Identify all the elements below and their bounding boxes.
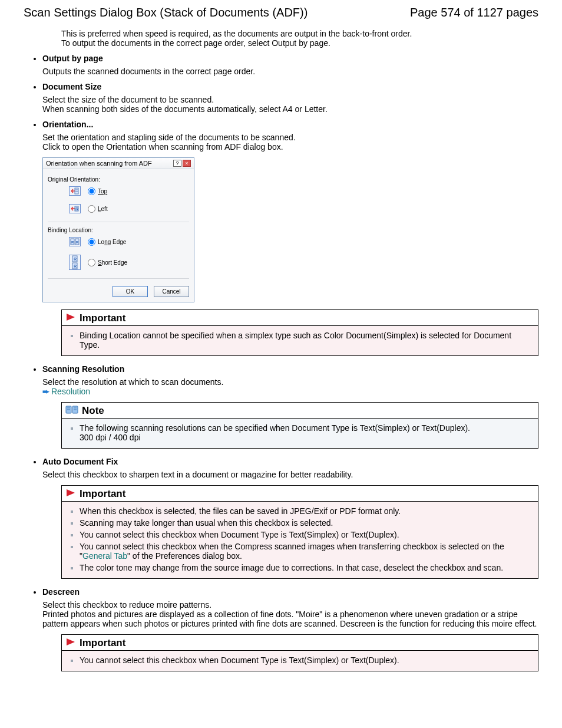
- orientation-left-icon: R: [69, 204, 81, 213]
- binding-short-option[interactable]: Short Edge: [88, 259, 127, 266]
- orientation-top-icon: [69, 186, 81, 196]
- intro-line2: To output the documents in the correct p…: [61, 38, 538, 48]
- close-icon[interactable]: ×: [183, 160, 191, 167]
- resolution-link[interactable]: Resolution: [51, 387, 90, 396]
- descreen-l2: Printed photos and pictures are displaye…: [42, 610, 538, 628]
- orientation-top-row: Top: [48, 186, 189, 196]
- original-orientation-label: Original Orientation:: [48, 176, 189, 183]
- important2-i4b: " of the Preferences dialog box.: [127, 551, 242, 561]
- arrow-icon: ➨: [42, 387, 49, 396]
- svg-text:R: R: [71, 241, 74, 244]
- cancel-button[interactable]: Cancel: [154, 286, 189, 297]
- auto-document-fix-desc: Select this checkbox to sharpen text in …: [42, 470, 538, 479]
- radio-short-edge[interactable]: [88, 259, 95, 266]
- radio-top-label: Top: [98, 188, 107, 195]
- important-callout-2: Important When this checkbox is selected…: [61, 485, 538, 579]
- orientation-dialog: Orientation when scanning from ADF ? × O…: [42, 157, 194, 302]
- orientation-label: Orientation...: [42, 120, 93, 129]
- dialog-buttons: OK Cancel: [48, 284, 189, 297]
- document-size-l2: When scanning both sides of the document…: [42, 104, 538, 114]
- output-by-page-desc: Outputs the scanned documents in the cor…: [42, 67, 538, 76]
- important-icon: [65, 637, 77, 648]
- note1-text: The following scanning resolutions can b…: [80, 423, 470, 433]
- document-size-label: Document Size: [42, 82, 101, 91]
- svg-marker-11: [67, 314, 75, 321]
- dialog-window-controls: ? ×: [173, 160, 191, 167]
- svg-text:R: R: [75, 207, 78, 211]
- page-counter: Page 574 of 1127 pages: [410, 6, 538, 19]
- dialog-titlebar: Orientation when scanning from ADF ? ×: [43, 158, 194, 169]
- important2-i2: Scanning may take longer than usual when…: [80, 517, 532, 529]
- resolution-link-row: ➨Resolution: [42, 387, 538, 396]
- header-title: Scan Settings Dialog Box (Stack of Docum…: [24, 6, 308, 19]
- intro-line1: This is preferred when speed is required…: [61, 29, 538, 38]
- svg-text:R: R: [74, 257, 77, 261]
- important-callout-1: Important Binding Location cannot be spe…: [61, 309, 538, 356]
- radio-long-edge[interactable]: [88, 238, 95, 246]
- important2-i5: The color tone may change from the sourc…: [80, 562, 532, 574]
- note1-subtext: 300 dpi / 400 dpi: [80, 433, 141, 442]
- document-size-desc: Select the size of the document to be sc…: [42, 95, 538, 114]
- binding-location-label: Binding Location:: [48, 227, 189, 233]
- important2-i4: You cannot select this checkbox when the…: [80, 541, 532, 562]
- intro-text: This is preferred when speed is required…: [61, 29, 538, 48]
- scanning-resolution-label: Scanning Resolution: [42, 364, 124, 374]
- important-title: Important: [78, 635, 127, 650]
- binding-short-row: RR Short Edge: [48, 255, 189, 270]
- radio-left[interactable]: [88, 205, 95, 213]
- orientation-l2: Click to open the Orientation when scann…: [42, 142, 538, 151]
- svg-text:R: R: [74, 264, 77, 268]
- note-body-1: The following scanning resolutions can b…: [62, 418, 538, 448]
- important2-i3: You cannot select this checkbox when Doc…: [80, 529, 532, 541]
- note-icon: [65, 405, 80, 416]
- page-header: Scan Settings Dialog Box (Stack of Docum…: [24, 6, 538, 19]
- important-title: Important: [78, 310, 127, 325]
- orientation-top-option[interactable]: Top: [88, 187, 107, 195]
- descreen-l1: Select this checkbox to reduce moire pat…: [42, 600, 538, 610]
- auto-document-fix-label: Auto Document Fix: [42, 457, 118, 466]
- orientation-desc: Set the orientation and stapling side of…: [42, 133, 538, 151]
- svg-marker-18: [67, 489, 75, 496]
- important-body-3: You cannot select this checkbox when Doc…: [62, 650, 538, 671]
- important3-i1: You cannot select this checkbox when Doc…: [80, 654, 532, 666]
- radio-top[interactable]: [88, 187, 95, 195]
- binding-short-icon: RR: [69, 255, 81, 270]
- important-body-2: When this checkbox is selected, the file…: [62, 501, 538, 578]
- scanning-resolution-desc-wrap: Select the resolution at which to scan d…: [42, 377, 538, 396]
- output-by-page-list: Output by page Outputs the scanned docum…: [42, 54, 538, 76]
- main-list: Document Size Select the size of the doc…: [42, 82, 538, 671]
- binding-long-option[interactable]: Long Edge: [88, 238, 126, 246]
- important2-i1: When this checkbox is selected, the file…: [80, 505, 532, 517]
- note1-item: The following scanning resolutions can b…: [80, 422, 532, 443]
- dialog-separator: [48, 222, 189, 222]
- document-size-item: Document Size Select the size of the doc…: [42, 82, 538, 114]
- auto-document-fix-item: Auto Document Fix Select this checkbox t…: [42, 457, 538, 579]
- output-by-page-item: Output by page Outputs the scanned docum…: [42, 54, 538, 76]
- important-title: Important: [78, 486, 127, 501]
- dialog-separator-2: [48, 278, 189, 279]
- note-callout-1: Note The following scanning resolutions …: [61, 402, 538, 449]
- binding-long-row: RR Long Edge: [48, 237, 189, 246]
- descreen-item: Descreen Select this checkbox to reduce …: [42, 587, 538, 671]
- orientation-left-row: R Left: [48, 204, 189, 213]
- help-icon[interactable]: ?: [173, 160, 181, 167]
- orientation-l1: Set the orientation and stapling side of…: [42, 133, 538, 142]
- important1-item: Binding Location cannot be specified whe…: [80, 330, 532, 351]
- svg-text:R: R: [76, 241, 79, 244]
- general-tab-link[interactable]: General Tab: [82, 551, 127, 561]
- important-icon: [65, 488, 77, 499]
- binding-long-icon: RR: [69, 237, 81, 246]
- svg-marker-19: [67, 638, 75, 645]
- orientation-item: Orientation... Set the orientation and s…: [42, 120, 538, 356]
- dialog-body: Original Orientation: Top R Left Binding…: [43, 169, 194, 302]
- document-size-l1: Select the size of the document to be sc…: [42, 95, 538, 104]
- scanning-resolution-desc: Select the resolution at which to scan d…: [42, 377, 538, 387]
- descreen-label: Descreen: [42, 587, 80, 597]
- dialog-title-text: Orientation when scanning from ADF: [46, 160, 152, 167]
- important-icon: [65, 312, 77, 324]
- orientation-left-option[interactable]: Left: [88, 205, 108, 213]
- note-title: Note: [81, 403, 105, 418]
- descreen-desc: Select this checkbox to reduce moire pat…: [42, 600, 538, 628]
- important-callout-3: Important You cannot select this checkbo…: [61, 634, 538, 671]
- ok-button[interactable]: OK: [113, 286, 148, 297]
